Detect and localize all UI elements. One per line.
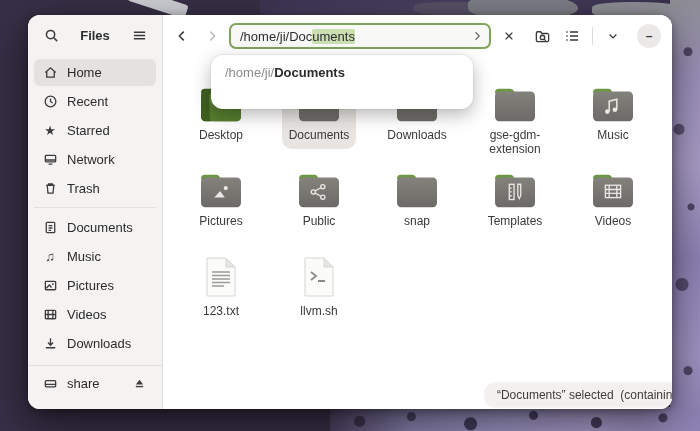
file-name: Templates bbox=[488, 215, 543, 229]
file-name: Documents bbox=[289, 129, 350, 143]
grid-item-videos[interactable]: Videos bbox=[583, 163, 643, 235]
back-button[interactable] bbox=[169, 23, 195, 49]
close-pathbar-button[interactable] bbox=[497, 24, 521, 48]
file-grid: Desktop Documents bbox=[163, 57, 672, 409]
sidebar-item-home[interactable]: Home bbox=[34, 59, 156, 86]
grid-item-llvm-sh[interactable]: llvm.sh bbox=[293, 249, 344, 325]
path-input[interactable]: /home/ji/Documents bbox=[229, 23, 491, 49]
sidebar-item-label: Music bbox=[67, 249, 101, 264]
sidebar-item-network[interactable]: Network bbox=[34, 146, 156, 173]
sidebar-item-starred[interactable]: ★ Starred bbox=[34, 117, 156, 144]
trash-icon bbox=[42, 181, 58, 197]
sidebar-devices: share bbox=[28, 365, 162, 409]
sidebar-item-downloads[interactable]: Downloads bbox=[34, 330, 156, 357]
sidebar-header: Files bbox=[28, 15, 162, 55]
app-title: Files bbox=[80, 28, 110, 43]
view-options-chevron-icon[interactable] bbox=[600, 23, 626, 49]
eject-icon[interactable] bbox=[130, 375, 148, 393]
sidebar-places: Home Recent ★ Starred Network bbox=[28, 55, 162, 359]
folder-icon bbox=[492, 82, 538, 124]
file-name: Music bbox=[597, 129, 628, 143]
file-name: Downloads bbox=[387, 129, 446, 143]
grid-item-public[interactable]: Public bbox=[289, 163, 349, 235]
file-name: Public bbox=[303, 215, 336, 229]
wallpaper-art bbox=[330, 407, 700, 431]
grid-cell: Videos bbox=[564, 163, 662, 249]
file-name: llvm.sh bbox=[300, 305, 337, 319]
forward-button[interactable] bbox=[199, 23, 225, 49]
path-text-plain: /home/ji/Doc bbox=[240, 29, 312, 44]
music-note-icon: ♫ bbox=[42, 249, 58, 265]
network-icon bbox=[42, 152, 58, 168]
grid-cell: 123.txt bbox=[172, 249, 270, 329]
music-folder-icon bbox=[590, 82, 636, 124]
search-icon[interactable] bbox=[40, 24, 62, 46]
suggestion-match: Documents bbox=[274, 65, 345, 80]
sidebar-item-trash[interactable]: Trash bbox=[34, 175, 156, 202]
autocomplete-suggestion[interactable]: /home/ji/Documents bbox=[217, 61, 467, 84]
clock-icon bbox=[42, 94, 58, 110]
text-file-icon bbox=[203, 254, 239, 300]
file-name: Videos bbox=[595, 215, 631, 229]
toolbar: /home/ji/Documents bbox=[163, 15, 672, 57]
sidebar-item-documents[interactable]: Documents bbox=[34, 214, 156, 241]
drive-icon bbox=[42, 376, 58, 392]
film-icon bbox=[42, 307, 58, 323]
templates-folder-icon bbox=[492, 168, 538, 210]
main-area: /home/ji/Documents bbox=[163, 15, 672, 409]
suggestion-prefix: /home/ji/ bbox=[225, 65, 274, 80]
sidebar-item-music[interactable]: ♫ Music bbox=[34, 243, 156, 270]
go-chevron-icon[interactable] bbox=[467, 30, 483, 42]
grid-cell: Public bbox=[270, 163, 368, 249]
list-view-toggle-icon[interactable] bbox=[559, 23, 585, 49]
videos-folder-icon bbox=[590, 168, 636, 210]
document-icon bbox=[42, 220, 58, 236]
files-window: Files Home Recent ★ bbox=[28, 15, 672, 409]
grid-item-gse-gdm-extension[interactable]: gse-gdm-extension bbox=[468, 77, 562, 163]
grid-cell: Templates bbox=[466, 163, 564, 249]
sidebar-separator bbox=[34, 207, 156, 208]
sidebar-item-label: Downloads bbox=[67, 336, 131, 351]
sidebar: Files Home Recent ★ bbox=[28, 15, 163, 409]
file-name: gse-gdm-extension bbox=[475, 129, 555, 157]
toolbar-divider bbox=[592, 27, 593, 45]
folder-icon bbox=[394, 168, 440, 210]
sidebar-item-label: Documents bbox=[67, 220, 133, 235]
grid-cell: llvm.sh bbox=[270, 249, 368, 329]
grid-cell: Music bbox=[564, 77, 662, 163]
file-name: Pictures bbox=[199, 215, 242, 229]
minimize-button[interactable]: – bbox=[637, 24, 661, 48]
sidebar-item-share-drive[interactable]: share bbox=[34, 370, 156, 397]
sidebar-item-videos[interactable]: Videos bbox=[34, 301, 156, 328]
picture-icon bbox=[42, 278, 58, 294]
sidebar-item-label: Videos bbox=[67, 307, 107, 322]
grid-item-templates[interactable]: Templates bbox=[481, 163, 550, 235]
path-text: /home/ji/Documents bbox=[240, 29, 467, 44]
grid-item-123-txt[interactable]: 123.txt bbox=[196, 249, 246, 325]
grid-cell: gse-gdm-extension bbox=[466, 77, 564, 163]
file-name: Desktop bbox=[199, 129, 243, 143]
sidebar-item-label: Network bbox=[67, 152, 115, 167]
sidebar-item-label: Pictures bbox=[67, 278, 114, 293]
sidebar-item-label: Trash bbox=[67, 181, 100, 196]
grid-item-pictures[interactable]: Pictures bbox=[191, 163, 251, 235]
sidebar-item-recent[interactable]: Recent bbox=[34, 88, 156, 115]
grid-cell: snap bbox=[368, 163, 466, 249]
wallpaper-art bbox=[670, 0, 700, 431]
sidebar-item-label: share bbox=[67, 376, 121, 391]
grid-cell: Pictures bbox=[172, 163, 270, 249]
sidebar-item-label: Home bbox=[67, 65, 102, 80]
file-name: snap bbox=[404, 215, 430, 229]
hamburger-menu-icon[interactable] bbox=[128, 24, 150, 46]
home-icon bbox=[42, 65, 58, 81]
shell-script-file-icon bbox=[301, 254, 337, 300]
grid-item-music[interactable]: Music bbox=[583, 77, 643, 149]
path-text-selection: uments bbox=[312, 29, 355, 44]
grid-item-snap[interactable]: snap bbox=[387, 163, 447, 235]
file-name: 123.txt bbox=[203, 305, 239, 319]
pictures-folder-icon bbox=[198, 168, 244, 210]
sidebar-item-pictures[interactable]: Pictures bbox=[34, 272, 156, 299]
search-everywhere-icon[interactable] bbox=[529, 23, 555, 49]
path-autocomplete-popup: /home/ji/Documents bbox=[211, 55, 473, 109]
sidebar-item-label: Recent bbox=[67, 94, 108, 109]
